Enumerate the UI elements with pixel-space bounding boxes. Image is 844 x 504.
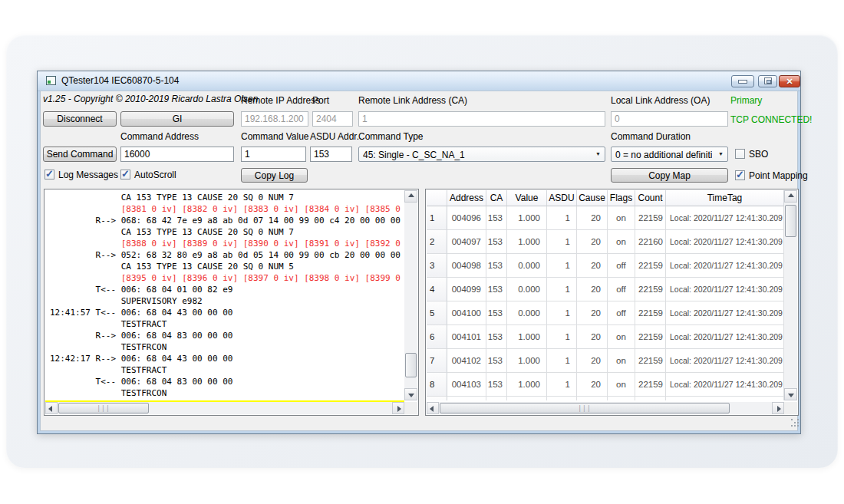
log-hscroll-thumb[interactable]: ||| bbox=[58, 403, 149, 413]
log-vertical-scrollbar[interactable] bbox=[404, 190, 417, 400]
port-label: Port bbox=[312, 95, 329, 106]
table-cell: off bbox=[608, 301, 635, 325]
window-title: QTester104 IEC60870-5-104 bbox=[61, 75, 179, 86]
command-duration-value: 0 = no additional definition bbox=[615, 150, 712, 160]
port-input[interactable] bbox=[312, 111, 353, 127]
command-value-input[interactable] bbox=[241, 147, 306, 162]
row-number: 3 bbox=[427, 254, 447, 278]
row-number: 2 bbox=[427, 230, 447, 254]
disconnect-button[interactable]: Disconnect bbox=[43, 111, 117, 127]
command-type-select[interactable]: 45: Single - C_SC_NA_1 ▼ bbox=[358, 147, 605, 162]
log-horizontal-scrollbar[interactable]: ||| bbox=[45, 402, 404, 414]
log-line: [8381 0 iv] [8382 0 iv] [8383 0 iv] [838… bbox=[50, 203, 404, 215]
minimize-button[interactable] bbox=[731, 75, 754, 87]
copy-map-button[interactable]: Copy Map bbox=[611, 168, 728, 183]
log-line: TESTFRACT bbox=[50, 364, 404, 376]
send-command-button[interactable]: Send Command bbox=[43, 147, 117, 162]
table-cell: off bbox=[608, 278, 635, 301]
table-vertical-scrollbar[interactable] bbox=[784, 190, 797, 400]
table-header-row: AddressCAValueASDUCauseFlagsCountTimeTag bbox=[427, 190, 784, 206]
table-row[interactable]: 70041021531.000120on22159Local: 2020/11/… bbox=[427, 349, 784, 373]
command-address-input[interactable] bbox=[120, 147, 234, 162]
table-cell: 1.000 bbox=[507, 373, 547, 397]
table-vscroll-thumb[interactable] bbox=[785, 205, 796, 237]
table-cell: Local: 2020/11/27 12:41:30.209 bbox=[666, 206, 784, 230]
log-line: R--> 068: 68 42 7e e9 a8 ab 0d 07 14 00 … bbox=[50, 215, 404, 226]
column-header[interactable]: TimeTag bbox=[666, 190, 784, 206]
scroll-right-icon[interactable] bbox=[392, 402, 404, 414]
table-cell: 153 bbox=[486, 349, 507, 373]
column-header[interactable]: Flags bbox=[608, 190, 635, 206]
table-cell: 22159 bbox=[635, 349, 666, 373]
scroll-left-icon[interactable] bbox=[427, 402, 439, 414]
log-line: 12:42:17 R--> 006: 68 04 43 00 00 00 bbox=[50, 353, 404, 364]
table-cell: 22159 bbox=[635, 301, 666, 325]
row-number: 8 bbox=[427, 373, 447, 397]
asdu-addr-label: ASDU Addr. bbox=[310, 131, 359, 142]
autoscroll-label: AutoScroll bbox=[134, 170, 176, 180]
table-row[interactable]: 60041011531.000120on22159Local: 2020/11/… bbox=[427, 325, 784, 349]
table-hscroll-thumb[interactable]: ||| bbox=[440, 403, 730, 413]
table-row[interactable]: 20040971531.000120on22160Local: 2020/11/… bbox=[427, 230, 784, 254]
table-row[interactable]: 30040981530.000120off22159Local: 2020/11… bbox=[427, 254, 784, 278]
column-header[interactable]: Value bbox=[507, 190, 547, 206]
scroll-up-icon[interactable] bbox=[784, 190, 797, 203]
table-cell: 20 bbox=[577, 349, 608, 373]
scroll-left-icon[interactable] bbox=[45, 402, 58, 414]
table-cell: 004101 bbox=[447, 325, 486, 349]
table-body: 10040961531.000120on22159Local: 2020/11/… bbox=[427, 206, 784, 400]
column-header[interactable]: Count bbox=[635, 190, 666, 206]
autoscroll-checkbox[interactable] bbox=[120, 170, 130, 180]
log-line: CA 153 TYPE 13 CAUSE 20 SQ 0 NUM 7 bbox=[50, 192, 404, 203]
log-view[interactable]: CA 153 TYPE 13 CAUSE 20 SQ 0 NUM 7 [8381… bbox=[45, 190, 404, 400]
log-vscroll-thumb[interactable] bbox=[405, 353, 417, 377]
table-row[interactable]: 10040961531.000120on22159Local: 2020/11/… bbox=[427, 206, 784, 230]
scroll-down-icon[interactable] bbox=[404, 388, 417, 400]
column-header[interactable]: Cause bbox=[577, 190, 608, 206]
maximize-button[interactable] bbox=[758, 75, 777, 87]
table-cell: 004098 bbox=[447, 254, 486, 278]
table-cell bbox=[577, 397, 608, 400]
asdu-addr-input[interactable] bbox=[310, 147, 352, 162]
table-row[interactable]: 40040991530.000120off22159Local: 2020/11… bbox=[427, 278, 784, 301]
table-row[interactable]: 50041001530.000120off22159Local: 2020/11… bbox=[427, 301, 784, 325]
table-cell: 20 bbox=[577, 373, 608, 397]
table-horizontal-scrollbar[interactable]: ||| bbox=[427, 402, 784, 414]
gi-button[interactable]: GI bbox=[120, 111, 234, 127]
point-mapping-checkbox[interactable] bbox=[735, 170, 745, 180]
row-number-header[interactable] bbox=[427, 190, 447, 206]
titlebar[interactable]: QTester104 IEC60870-5-104 ✕ bbox=[38, 71, 800, 91]
table-cell: 20 bbox=[577, 301, 608, 325]
scroll-up-icon[interactable] bbox=[404, 190, 417, 203]
scroll-right-icon[interactable] bbox=[772, 402, 784, 414]
resize-grip[interactable] bbox=[790, 418, 799, 427]
copy-log-button[interactable]: Copy Log bbox=[241, 168, 308, 183]
table-cell bbox=[547, 397, 577, 400]
points-table-panel: AddressCAValueASDUCauseFlagsCountTimeTag… bbox=[425, 189, 799, 416]
column-header[interactable]: CA bbox=[486, 190, 507, 206]
table-cell: 1 bbox=[547, 349, 577, 373]
sbo-checkbox[interactable] bbox=[735, 149, 745, 159]
row-number bbox=[427, 397, 447, 400]
close-button[interactable]: ✕ bbox=[779, 75, 800, 87]
log-line: T<-- 006: 68 04 83 00 00 00 bbox=[50, 376, 404, 387]
column-header[interactable]: ASDU bbox=[547, 190, 577, 206]
remote-ip-input[interactable] bbox=[241, 111, 308, 127]
scrollbar-corner bbox=[404, 402, 417, 414]
remote-link-input[interactable] bbox=[358, 111, 605, 127]
log-line: [8395 0 iv] [8396 0 iv] [8397 0 iv] [839… bbox=[50, 272, 404, 284]
table-cell: 1 bbox=[547, 373, 577, 397]
table-row[interactable] bbox=[427, 397, 784, 400]
local-link-input[interactable] bbox=[611, 111, 728, 127]
table-row[interactable]: 80041031531.000120on22159Local: 2020/11/… bbox=[427, 373, 784, 397]
command-duration-select[interactable]: 0 = no additional definition ▼ bbox=[611, 147, 728, 162]
chevron-down-icon: ▼ bbox=[595, 151, 601, 156]
scroll-down-icon[interactable] bbox=[784, 388, 797, 400]
log-messages-checkbox[interactable] bbox=[45, 170, 54, 180]
log-line: CA 153 TYPE 13 CAUSE 20 SQ 0 NUM 7 bbox=[50, 226, 404, 238]
column-header[interactable]: Address bbox=[447, 190, 486, 206]
table-cell: on bbox=[608, 373, 635, 397]
log-line: R--> 006: 68 04 83 00 00 00 bbox=[50, 330, 404, 341]
table-cell: 1 bbox=[547, 325, 577, 349]
table-cell: 20 bbox=[577, 230, 608, 254]
